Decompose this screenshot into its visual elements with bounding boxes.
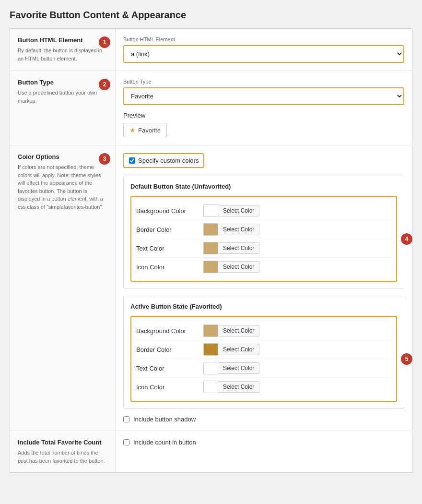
active-icon-color-label: Icon Color [136, 384, 203, 391]
active-text-color-row: Text Color Select Color [136, 359, 391, 378]
active-border-color-swatch [203, 343, 218, 356]
default-text-select-color-btn[interactable]: Select Color [218, 242, 259, 254]
default-button-state-section: Default Button State (Unfavorited) Backg… [123, 176, 404, 289]
color-options-desc: If colors are not specified, theme color… [18, 163, 107, 211]
button-type-title: Button Type [18, 79, 107, 86]
page-title: Favorite Button Content & Appearance [10, 10, 412, 21]
default-bg-color-row: Background Color Select Color [136, 202, 391, 220]
button-type-content: Button Type Favorite Like Love Bookmark … [116, 71, 412, 145]
settings-table: Button HTML Element By default, the butt… [10, 28, 412, 473]
step-badge-5: 5 [401, 353, 412, 365]
button-html-element-field-label: Button HTML Element [123, 36, 404, 42]
default-border-color-swatch [203, 223, 218, 236]
include-count-label-col: Include Total Favorite Count Adds the to… [10, 431, 116, 472]
default-icon-select-color-btn[interactable]: Select Color [218, 261, 259, 273]
active-border-select-color-btn[interactable]: Select Color [218, 344, 259, 355]
active-border-color-row: Border Color Select Color [136, 340, 391, 359]
active-icon-color-picker: Select Color [203, 381, 259, 393]
include-count-title: Include Total Favorite Count [18, 439, 107, 446]
default-bg-color-swatch [203, 204, 218, 217]
preview-label: Preview [123, 112, 404, 119]
step-badge-4: 4 [401, 233, 412, 245]
active-color-fields-box: Background Color Select Color Border Col… [130, 316, 397, 402]
include-shadow-text: Include button shadow [133, 416, 196, 423]
default-icon-color-label: Icon Color [136, 264, 203, 271]
active-border-color-label: Border Color [136, 346, 203, 353]
active-bg-color-label: Background Color [136, 327, 203, 335]
default-text-color-label: Text Color [136, 245, 203, 252]
default-text-color-swatch [203, 242, 218, 254]
button-html-element-content: Button HTML Element a (link) button div … [116, 29, 412, 71]
specify-custom-colors-checkbox[interactable] [129, 157, 135, 164]
button-type-label-col: Button Type Use a predefined button your… [10, 71, 116, 145]
active-bg-color-swatch [203, 324, 218, 337]
include-shadow-checkbox[interactable] [123, 416, 129, 422]
default-border-color-picker: Select Color [203, 223, 259, 236]
step-badge-3: 3 [99, 153, 110, 165]
active-bg-color-picker: Select Color [203, 324, 259, 337]
active-text-select-color-btn[interactable]: Select Color [218, 362, 259, 374]
button-html-element-label-col: Button HTML Element By default, the butt… [10, 29, 116, 71]
include-shadow-label[interactable]: Include button shadow [123, 416, 404, 423]
default-bg-color-label: Background Color [136, 207, 203, 215]
active-icon-color-row: Icon Color Select Color [136, 378, 391, 396]
include-count-checkbox-text: Include count in button [133, 439, 196, 446]
active-text-color-picker: Select Color [203, 362, 259, 374]
active-icon-select-color-btn[interactable]: Select Color [218, 381, 259, 393]
include-count-row: Include Total Favorite Count Adds the to… [10, 431, 412, 472]
button-type-row: Button Type Use a predefined button your… [10, 71, 412, 145]
include-count-checkbox-label[interactable]: Include count in button [123, 439, 196, 446]
include-count-content: Include count in button [116, 431, 412, 472]
default-icon-color-row: Icon Color Select Color [136, 258, 391, 276]
default-text-color-picker: Select Color [203, 242, 259, 254]
default-bg-select-color-btn[interactable]: Select Color [218, 205, 259, 216]
default-icon-color-picker: Select Color [203, 261, 259, 273]
button-html-element-title: Button HTML Element [18, 36, 107, 44]
color-options-title: Color Options [18, 153, 107, 160]
step-badge-2: 2 [99, 79, 110, 90]
default-border-select-color-btn[interactable]: Select Color [218, 224, 259, 235]
preview-button-text: Favorite [138, 127, 161, 134]
star-icon: ★ [129, 126, 136, 134]
default-border-color-label: Border Color [136, 226, 203, 233]
button-type-field-label: Button Type [123, 79, 404, 84]
button-type-desc: Use a predefined button your own markup. [18, 89, 107, 105]
default-color-fields-box: Background Color Select Color Border Col… [130, 196, 397, 282]
default-border-color-row: Border Color Select Color [136, 220, 391, 239]
default-state-title: Default Button State (Unfavorited) [130, 183, 397, 190]
button-html-element-row: Button HTML Element By default, the butt… [10, 29, 412, 71]
active-button-state-section: Active Button State (Favorited) Backgrou… [123, 296, 404, 409]
button-html-element-desc: By default, the button is displayed in a… [18, 47, 107, 62]
active-text-color-swatch [203, 362, 218, 374]
default-icon-color-swatch [203, 261, 218, 273]
specify-custom-colors-label[interactable]: Specify custom colors [123, 153, 204, 168]
step-badge-1: 1 [99, 36, 110, 48]
active-state-title: Active Button State (Favorited) [130, 303, 397, 310]
color-options-label-col: Color Options If colors are not specifie… [10, 145, 116, 431]
specify-custom-colors-text: Specify custom colors [138, 157, 199, 164]
active-bg-select-color-btn[interactable]: Select Color [218, 325, 259, 336]
color-options-row: Color Options If colors are not specifie… [10, 145, 412, 431]
active-icon-color-swatch [203, 381, 218, 393]
button-html-element-select[interactable]: a (link) button div span [123, 45, 404, 63]
preview-button[interactable]: ★ Favorite [123, 123, 167, 137]
default-text-color-row: Text Color Select Color [136, 239, 391, 258]
include-count-checkbox[interactable] [123, 439, 129, 445]
button-type-select[interactable]: Favorite Like Love Bookmark [123, 87, 404, 105]
active-bg-color-row: Background Color Select Color [136, 322, 391, 340]
active-border-color-picker: Select Color [203, 343, 259, 356]
default-bg-color-picker: Select Color [203, 204, 259, 217]
include-count-desc: Adds the total number of times the post … [18, 449, 107, 465]
color-options-content: Specify custom colors Default Button Sta… [116, 145, 412, 431]
active-text-color-label: Text Color [136, 365, 203, 372]
